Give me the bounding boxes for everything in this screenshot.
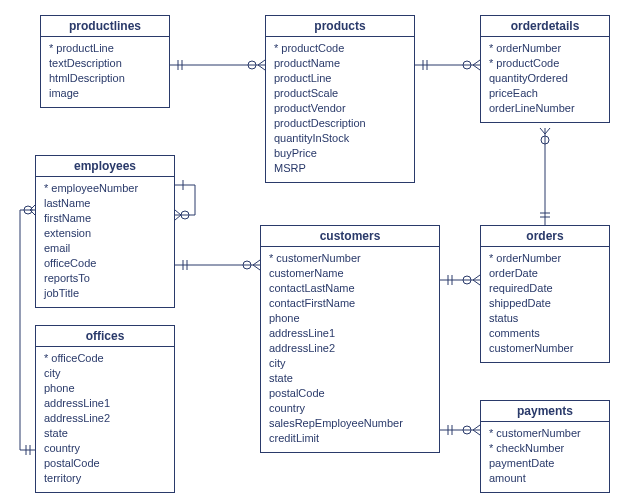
entity-attribute: quantityInStock	[274, 131, 406, 146]
entity-attribute: textDescription	[49, 56, 161, 71]
entity-attribute: productName	[274, 56, 406, 71]
svg-line-23	[473, 280, 480, 285]
svg-line-28	[473, 425, 480, 430]
entity-title: orderdetails	[481, 16, 609, 37]
entity-title: offices	[36, 326, 174, 347]
entity-attribute: * orderNumber	[489, 41, 601, 56]
entity-attribute: paymentDate	[489, 456, 601, 471]
entity-productlines: productlines * productLinetextDescriptio…	[40, 15, 170, 108]
entity-attribute: productScale	[274, 86, 406, 101]
svg-point-33	[243, 261, 251, 269]
entity-attribute: productLine	[274, 71, 406, 86]
svg-line-11	[473, 65, 480, 70]
entity-orders: orders * orderNumberorderDaterequiredDat…	[480, 225, 610, 363]
svg-point-9	[463, 61, 471, 69]
entity-attribute: territory	[44, 471, 166, 486]
svg-line-10	[473, 60, 480, 65]
entity-body: * orderNumberorderDaterequiredDateshippe…	[481, 247, 609, 362]
entity-body: * employeeNumberlastNamefirstNameextensi…	[36, 177, 174, 307]
svg-line-29	[473, 430, 480, 435]
entity-attribute: orderDate	[489, 266, 601, 281]
entity-attribute: officeCode	[44, 256, 166, 271]
entity-attribute: lastName	[44, 196, 166, 211]
entity-attribute: amount	[489, 471, 601, 486]
entity-attribute: * employeeNumber	[44, 181, 166, 196]
entity-products: products * productCodeproductNameproduct…	[265, 15, 415, 183]
entity-attribute: jobTitle	[44, 286, 166, 301]
entity-attribute: * checkNumber	[489, 441, 601, 456]
entity-orderdetails: orderdetails * orderNumber* productCodeq…	[480, 15, 610, 123]
entity-attribute: contactFirstName	[269, 296, 431, 311]
entity-title: employees	[36, 156, 174, 177]
entity-attribute: quantityOrdered	[489, 71, 601, 86]
entity-attribute: MSRP	[274, 161, 406, 176]
entity-attribute: addressLine1	[44, 396, 166, 411]
entity-attribute: state	[44, 426, 166, 441]
entity-attribute: creditLimit	[269, 431, 431, 446]
entity-attribute: postalCode	[44, 456, 166, 471]
entity-attribute: salesRepEmployeeNumber	[269, 416, 431, 431]
svg-line-15	[545, 128, 550, 134]
entity-attribute: phone	[269, 311, 431, 326]
entity-body: * orderNumber* productCodequantityOrdere…	[481, 37, 609, 122]
entity-attribute: phone	[44, 381, 166, 396]
entity-attribute: state	[269, 371, 431, 386]
entity-customers: customers * customerNumbercustomerNameco…	[260, 225, 440, 453]
entity-attribute: * customerNumber	[269, 251, 431, 266]
svg-line-22	[473, 275, 480, 280]
entity-attribute: extension	[44, 226, 166, 241]
svg-line-41	[175, 210, 181, 215]
entity-attribute: orderLineNumber	[489, 101, 601, 116]
entity-attribute: country	[44, 441, 166, 456]
entity-attribute: addressLine1	[269, 326, 431, 341]
svg-point-21	[463, 276, 471, 284]
entity-attribute: city	[44, 366, 166, 381]
svg-point-13	[541, 136, 549, 144]
entity-attribute: shippedDate	[489, 296, 601, 311]
entity-attribute: * officeCode	[44, 351, 166, 366]
svg-point-46	[24, 206, 32, 214]
entity-attribute: productDescription	[274, 116, 406, 131]
entity-attribute: city	[269, 356, 431, 371]
entity-body: * officeCodecityphoneaddressLine1address…	[36, 347, 174, 492]
entity-title: payments	[481, 401, 609, 422]
entity-attribute: * productLine	[49, 41, 161, 56]
entity-attribute: htmlDescription	[49, 71, 161, 86]
entity-attribute: addressLine2	[269, 341, 431, 356]
svg-line-35	[253, 265, 260, 270]
entity-body: * customerNumbercustomerNamecontactLastN…	[261, 247, 439, 452]
entity-attribute: * orderNumber	[489, 251, 601, 266]
entity-attribute: status	[489, 311, 601, 326]
entity-attribute: country	[269, 401, 431, 416]
svg-point-27	[463, 426, 471, 434]
entity-title: productlines	[41, 16, 169, 37]
entity-attribute: * productCode	[274, 41, 406, 56]
entity-title: products	[266, 16, 414, 37]
entity-attribute: reportsTo	[44, 271, 166, 286]
svg-line-14	[540, 128, 545, 134]
entity-body: * productLinetextDescriptionhtmlDescript…	[41, 37, 169, 107]
svg-line-4	[258, 60, 265, 65]
svg-point-3	[248, 61, 256, 69]
entity-attribute: contactLastName	[269, 281, 431, 296]
entity-body: * productCodeproductNameproductLineprodu…	[266, 37, 414, 182]
entity-attribute: productVendor	[274, 101, 406, 116]
entity-attribute: priceEach	[489, 86, 601, 101]
entity-attribute: email	[44, 241, 166, 256]
entity-body: * customerNumber* checkNumberpaymentDate…	[481, 422, 609, 492]
entity-attribute: image	[49, 86, 161, 101]
entity-offices: offices * officeCodecityphoneaddressLine…	[35, 325, 175, 493]
entity-attribute: customerName	[269, 266, 431, 281]
entity-attribute: buyPrice	[274, 146, 406, 161]
entity-attribute: customerNumber	[489, 341, 601, 356]
entity-title: customers	[261, 226, 439, 247]
entity-attribute: * customerNumber	[489, 426, 601, 441]
entity-payments: payments * customerNumber* checkNumberpa…	[480, 400, 610, 493]
svg-line-5	[258, 65, 265, 70]
entity-attribute: requiredDate	[489, 281, 601, 296]
svg-line-42	[175, 215, 181, 220]
entity-attribute: * productCode	[489, 56, 601, 71]
svg-point-40	[181, 211, 189, 219]
entity-employees: employees * employeeNumberlastNamefirstN…	[35, 155, 175, 308]
svg-line-34	[253, 260, 260, 265]
